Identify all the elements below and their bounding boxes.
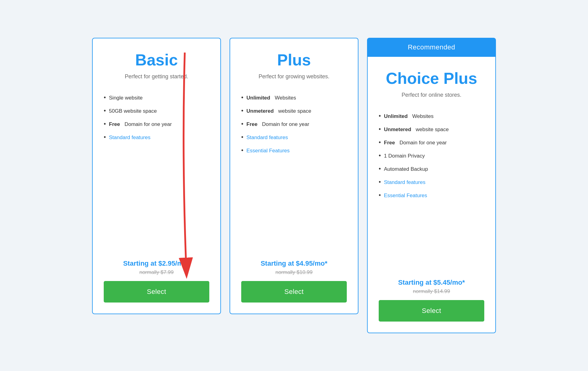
feature-bold: Free	[246, 121, 257, 127]
plan-name-basic: Basic	[104, 51, 209, 69]
feature-item: Free Domain for one year	[379, 136, 484, 149]
normal-price-basic: normally $7.99	[104, 269, 209, 275]
feature-bold: Unlimited	[384, 113, 408, 119]
select-button-choice-plus[interactable]: Select	[379, 300, 484, 322]
plan-name-choice-plus: Choice Plus	[379, 69, 484, 88]
feature-bold: Free	[109, 121, 120, 127]
feature-item: Essential Features	[241, 144, 347, 157]
feature-bold: Free	[384, 140, 395, 146]
standard-features-link[interactable]: Standard features	[384, 179, 425, 186]
essential-features-link[interactable]: Essential Features	[384, 193, 427, 199]
feature-item: 50GB website space	[104, 104, 209, 117]
feature-item: Unlimited Websites	[241, 91, 347, 104]
recommended-wrapper: Recommended Choice Plus Perfect for onli…	[367, 38, 496, 333]
starting-price-plus: Starting at $4.95/mo*	[241, 260, 347, 268]
feature-bold: Unmetered	[246, 108, 274, 114]
standard-features-link[interactable]: Standard features	[109, 135, 150, 141]
features-list-choice-plus: Unlimited Websites Unmetered website spa…	[379, 109, 484, 266]
pricing-container: Basic Perfect for getting started. Singl…	[79, 38, 509, 333]
feature-item: 1 Domain Privacy	[379, 149, 484, 162]
feature-item: Standard features	[379, 175, 484, 189]
pricing-bottom-basic: Starting at $2.95/mo* normally $7.99 Sel…	[104, 260, 209, 303]
feature-item: Standard features	[241, 131, 347, 144]
feature-item: Automated Backup	[379, 162, 484, 175]
pricing-bottom-choice-plus: Starting at $5.45/mo* normally $14.99 Se…	[379, 279, 484, 322]
select-button-plus[interactable]: Select	[241, 281, 347, 303]
essential-features-link[interactable]: Essential Features	[246, 148, 290, 154]
normal-price-choice-plus: normally $14.99	[379, 288, 484, 295]
select-button-basic[interactable]: Select	[104, 281, 209, 303]
features-list-plus: Unlimited Websites Unmetered website spa…	[241, 91, 347, 247]
starting-price-basic: Starting at $2.95/mo*	[104, 260, 209, 268]
plan-card-plus: Plus Perfect for growing websites. Unlim…	[230, 38, 358, 314]
feature-bold: Unmetered	[384, 127, 411, 133]
normal-price-plus: normally $10.99	[241, 269, 347, 275]
feature-item: Standard features	[104, 131, 209, 144]
feature-bold: Unlimited	[246, 95, 270, 101]
feature-item: Unmetered website space	[241, 104, 347, 117]
feature-item: Single website	[104, 91, 209, 104]
feature-item: Unlimited Websites	[379, 109, 484, 123]
feature-item: Unmetered website space	[379, 123, 484, 136]
starting-price-choice-plus: Starting at $5.45/mo*	[379, 279, 484, 287]
plan-desc-basic: Perfect for getting started.	[104, 73, 209, 80]
pricing-bottom-plus: Starting at $4.95/mo* normally $10.99 Se…	[241, 260, 347, 303]
plan-desc-plus: Perfect for growing websites.	[241, 73, 347, 80]
recommended-badge: Recommended	[367, 38, 496, 57]
features-list-basic: Single website 50GB website space Free D…	[104, 91, 209, 247]
standard-features-link[interactable]: Standard features	[246, 135, 288, 141]
feature-item: Free Domain for one year	[104, 117, 209, 131]
plan-desc-choice-plus: Perfect for online stores.	[379, 92, 484, 98]
plan-card-basic: Basic Perfect for getting started. Singl…	[92, 38, 221, 314]
feature-item: Free Domain for one year	[241, 117, 347, 131]
feature-item: Essential Features	[379, 189, 484, 202]
plan-card-choice-plus: Choice Plus Perfect for online stores. U…	[367, 57, 496, 333]
plan-name-plus: Plus	[241, 51, 347, 69]
